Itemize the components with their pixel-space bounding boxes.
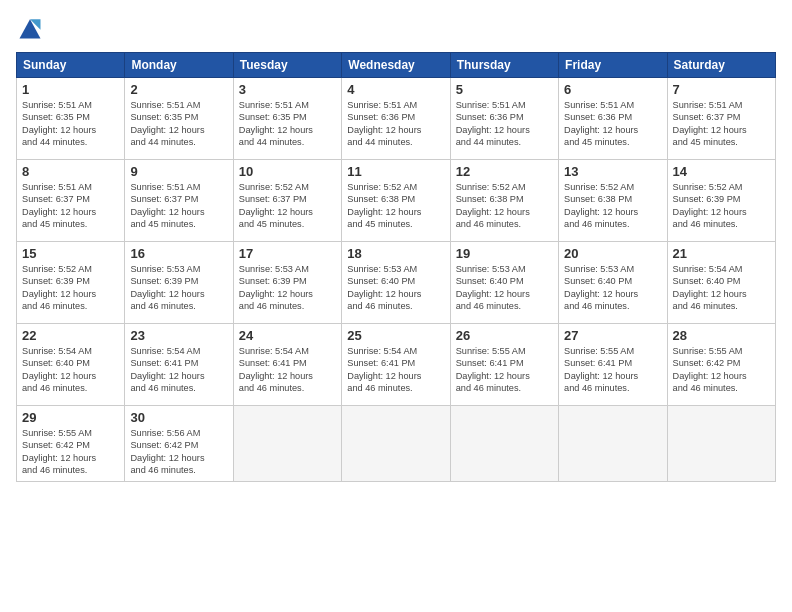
day-number: 13 bbox=[564, 164, 661, 179]
day-cell-27: 27 Sunrise: 5:55 AM Sunset: 6:41 PM Dayl… bbox=[559, 324, 667, 406]
day-cell-10: 10 Sunrise: 5:52 AM Sunset: 6:37 PM Dayl… bbox=[233, 160, 341, 242]
header-thursday: Thursday bbox=[450, 53, 558, 78]
empty-cell bbox=[450, 406, 558, 482]
day-number: 26 bbox=[456, 328, 553, 343]
header bbox=[16, 14, 776, 42]
empty-cell bbox=[667, 406, 775, 482]
day-cell-1: 1 Sunrise: 5:51 AM Sunset: 6:35 PM Dayli… bbox=[17, 78, 125, 160]
day-number: 10 bbox=[239, 164, 336, 179]
empty-cell bbox=[342, 406, 450, 482]
day-number: 16 bbox=[130, 246, 227, 261]
day-info: Sunrise: 5:51 AM Sunset: 6:36 PM Dayligh… bbox=[564, 99, 661, 149]
day-cell-24: 24 Sunrise: 5:54 AM Sunset: 6:41 PM Dayl… bbox=[233, 324, 341, 406]
day-cell-26: 26 Sunrise: 5:55 AM Sunset: 6:41 PM Dayl… bbox=[450, 324, 558, 406]
day-cell-12: 12 Sunrise: 5:52 AM Sunset: 6:38 PM Dayl… bbox=[450, 160, 558, 242]
day-cell-11: 11 Sunrise: 5:52 AM Sunset: 6:38 PM Dayl… bbox=[342, 160, 450, 242]
day-info: Sunrise: 5:54 AM Sunset: 6:40 PM Dayligh… bbox=[673, 263, 770, 313]
day-number: 12 bbox=[456, 164, 553, 179]
page: Sunday Monday Tuesday Wednesday Thursday… bbox=[0, 0, 792, 612]
day-info: Sunrise: 5:53 AM Sunset: 6:40 PM Dayligh… bbox=[564, 263, 661, 313]
day-info: Sunrise: 5:54 AM Sunset: 6:41 PM Dayligh… bbox=[130, 345, 227, 395]
header-monday: Monday bbox=[125, 53, 233, 78]
day-cell-23: 23 Sunrise: 5:54 AM Sunset: 6:41 PM Dayl… bbox=[125, 324, 233, 406]
calendar-table: Sunday Monday Tuesday Wednesday Thursday… bbox=[16, 52, 776, 482]
day-info: Sunrise: 5:51 AM Sunset: 6:35 PM Dayligh… bbox=[239, 99, 336, 149]
day-number: 28 bbox=[673, 328, 770, 343]
day-number: 29 bbox=[22, 410, 119, 425]
day-cell-2: 2 Sunrise: 5:51 AM Sunset: 6:35 PM Dayli… bbox=[125, 78, 233, 160]
day-cell-16: 16 Sunrise: 5:53 AM Sunset: 6:39 PM Dayl… bbox=[125, 242, 233, 324]
day-info: Sunrise: 5:55 AM Sunset: 6:42 PM Dayligh… bbox=[673, 345, 770, 395]
day-cell-6: 6 Sunrise: 5:51 AM Sunset: 6:36 PM Dayli… bbox=[559, 78, 667, 160]
day-info: Sunrise: 5:53 AM Sunset: 6:39 PM Dayligh… bbox=[239, 263, 336, 313]
week-row-4: 22 Sunrise: 5:54 AM Sunset: 6:40 PM Dayl… bbox=[17, 324, 776, 406]
day-number: 8 bbox=[22, 164, 119, 179]
day-number: 20 bbox=[564, 246, 661, 261]
day-number: 17 bbox=[239, 246, 336, 261]
day-info: Sunrise: 5:52 AM Sunset: 6:39 PM Dayligh… bbox=[22, 263, 119, 313]
day-info: Sunrise: 5:52 AM Sunset: 6:37 PM Dayligh… bbox=[239, 181, 336, 231]
day-number: 27 bbox=[564, 328, 661, 343]
day-cell-8: 8 Sunrise: 5:51 AM Sunset: 6:37 PM Dayli… bbox=[17, 160, 125, 242]
day-number: 1 bbox=[22, 82, 119, 97]
day-info: Sunrise: 5:54 AM Sunset: 6:41 PM Dayligh… bbox=[347, 345, 444, 395]
day-cell-17: 17 Sunrise: 5:53 AM Sunset: 6:39 PM Dayl… bbox=[233, 242, 341, 324]
week-row-1: 1 Sunrise: 5:51 AM Sunset: 6:35 PM Dayli… bbox=[17, 78, 776, 160]
week-row-3: 15 Sunrise: 5:52 AM Sunset: 6:39 PM Dayl… bbox=[17, 242, 776, 324]
day-number: 24 bbox=[239, 328, 336, 343]
day-cell-20: 20 Sunrise: 5:53 AM Sunset: 6:40 PM Dayl… bbox=[559, 242, 667, 324]
day-info: Sunrise: 5:53 AM Sunset: 6:39 PM Dayligh… bbox=[130, 263, 227, 313]
day-info: Sunrise: 5:51 AM Sunset: 6:37 PM Dayligh… bbox=[673, 99, 770, 149]
day-info: Sunrise: 5:54 AM Sunset: 6:40 PM Dayligh… bbox=[22, 345, 119, 395]
day-cell-22: 22 Sunrise: 5:54 AM Sunset: 6:40 PM Dayl… bbox=[17, 324, 125, 406]
week-row-2: 8 Sunrise: 5:51 AM Sunset: 6:37 PM Dayli… bbox=[17, 160, 776, 242]
day-cell-21: 21 Sunrise: 5:54 AM Sunset: 6:40 PM Dayl… bbox=[667, 242, 775, 324]
day-info: Sunrise: 5:55 AM Sunset: 6:42 PM Dayligh… bbox=[22, 427, 119, 477]
day-number: 4 bbox=[347, 82, 444, 97]
day-number: 11 bbox=[347, 164, 444, 179]
day-info: Sunrise: 5:54 AM Sunset: 6:41 PM Dayligh… bbox=[239, 345, 336, 395]
day-number: 25 bbox=[347, 328, 444, 343]
day-cell-30: 30 Sunrise: 5:56 AM Sunset: 6:42 PM Dayl… bbox=[125, 406, 233, 482]
day-cell-4: 4 Sunrise: 5:51 AM Sunset: 6:36 PM Dayli… bbox=[342, 78, 450, 160]
day-cell-25: 25 Sunrise: 5:54 AM Sunset: 6:41 PM Dayl… bbox=[342, 324, 450, 406]
day-number: 2 bbox=[130, 82, 227, 97]
header-wednesday: Wednesday bbox=[342, 53, 450, 78]
day-cell-28: 28 Sunrise: 5:55 AM Sunset: 6:42 PM Dayl… bbox=[667, 324, 775, 406]
logo-icon bbox=[16, 14, 44, 42]
day-number: 22 bbox=[22, 328, 119, 343]
day-cell-19: 19 Sunrise: 5:53 AM Sunset: 6:40 PM Dayl… bbox=[450, 242, 558, 324]
day-info: Sunrise: 5:51 AM Sunset: 6:37 PM Dayligh… bbox=[130, 181, 227, 231]
day-info: Sunrise: 5:51 AM Sunset: 6:36 PM Dayligh… bbox=[456, 99, 553, 149]
day-cell-5: 5 Sunrise: 5:51 AM Sunset: 6:36 PM Dayli… bbox=[450, 78, 558, 160]
header-sunday: Sunday bbox=[17, 53, 125, 78]
day-info: Sunrise: 5:51 AM Sunset: 6:35 PM Dayligh… bbox=[22, 99, 119, 149]
day-cell-18: 18 Sunrise: 5:53 AM Sunset: 6:40 PM Dayl… bbox=[342, 242, 450, 324]
day-info: Sunrise: 5:52 AM Sunset: 6:38 PM Dayligh… bbox=[456, 181, 553, 231]
day-number: 18 bbox=[347, 246, 444, 261]
day-number: 30 bbox=[130, 410, 227, 425]
day-info: Sunrise: 5:53 AM Sunset: 6:40 PM Dayligh… bbox=[456, 263, 553, 313]
day-info: Sunrise: 5:51 AM Sunset: 6:36 PM Dayligh… bbox=[347, 99, 444, 149]
day-cell-29: 29 Sunrise: 5:55 AM Sunset: 6:42 PM Dayl… bbox=[17, 406, 125, 482]
day-number: 19 bbox=[456, 246, 553, 261]
day-cell-9: 9 Sunrise: 5:51 AM Sunset: 6:37 PM Dayli… bbox=[125, 160, 233, 242]
day-number: 3 bbox=[239, 82, 336, 97]
empty-cell bbox=[559, 406, 667, 482]
logo bbox=[16, 14, 48, 42]
day-info: Sunrise: 5:56 AM Sunset: 6:42 PM Dayligh… bbox=[130, 427, 227, 477]
week-row-5: 29 Sunrise: 5:55 AM Sunset: 6:42 PM Dayl… bbox=[17, 406, 776, 482]
empty-cell bbox=[233, 406, 341, 482]
day-cell-3: 3 Sunrise: 5:51 AM Sunset: 6:35 PM Dayli… bbox=[233, 78, 341, 160]
day-number: 6 bbox=[564, 82, 661, 97]
day-info: Sunrise: 5:52 AM Sunset: 6:39 PM Dayligh… bbox=[673, 181, 770, 231]
day-number: 15 bbox=[22, 246, 119, 261]
day-number: 23 bbox=[130, 328, 227, 343]
day-info: Sunrise: 5:52 AM Sunset: 6:38 PM Dayligh… bbox=[564, 181, 661, 231]
day-info: Sunrise: 5:53 AM Sunset: 6:40 PM Dayligh… bbox=[347, 263, 444, 313]
day-number: 14 bbox=[673, 164, 770, 179]
day-number: 9 bbox=[130, 164, 227, 179]
day-number: 5 bbox=[456, 82, 553, 97]
day-cell-7: 7 Sunrise: 5:51 AM Sunset: 6:37 PM Dayli… bbox=[667, 78, 775, 160]
header-friday: Friday bbox=[559, 53, 667, 78]
